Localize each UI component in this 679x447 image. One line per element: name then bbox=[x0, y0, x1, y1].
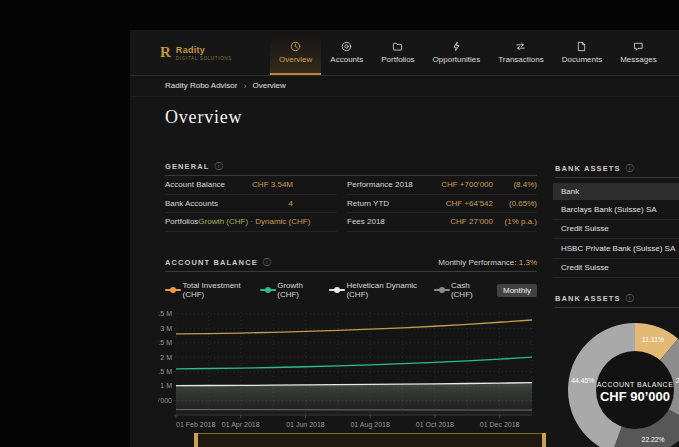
legend-helvetican-dynamic-chf[interactable]: Helvetican Dynamic (CHF) bbox=[329, 281, 421, 299]
series-line-total-investment-chf[interactable] bbox=[176, 320, 532, 334]
chart-legend: Total Investment (CHF)Growth (CHF)Helvet… bbox=[165, 281, 537, 299]
legend-dot bbox=[170, 287, 176, 293]
info-icon[interactable]: ⓘ bbox=[626, 163, 634, 174]
bank-column-header: Bank bbox=[553, 183, 679, 200]
table-row: Account BalanceCHF 3.54M bbox=[165, 176, 337, 195]
file-icon bbox=[576, 41, 587, 52]
slider-handle-right[interactable] bbox=[542, 433, 546, 447]
breadcrumb: Radity Robo Advisor › Overview bbox=[130, 75, 679, 97]
tab-transactions[interactable]: Transactions bbox=[489, 30, 553, 75]
legend-marker-icon bbox=[329, 286, 342, 294]
row-value: 4 bbox=[289, 199, 293, 208]
row-percent: (8.4%) bbox=[493, 180, 537, 189]
row-percent: (1% p.a.) bbox=[493, 217, 537, 226]
bank-assets-donut-chart: 11.11%22.22%22.22%44.45%ACCOUNT BALANCEC… bbox=[555, 310, 679, 447]
legend-marker-icon bbox=[260, 286, 272, 294]
info-icon[interactable]: ⓘ bbox=[214, 161, 222, 172]
account-balance-line-chart: 3.5 M3 M2.5 M2 M1.5 M1 M500’00001 Feb 20… bbox=[158, 302, 538, 436]
legend-dot bbox=[265, 287, 271, 293]
breadcrumb-current: Overview bbox=[252, 81, 285, 90]
donut-center-label: ACCOUNT BALANCE bbox=[597, 381, 674, 388]
tab-label: Accounts bbox=[330, 55, 363, 64]
x-axis-tick-label: 01 Feb 2018 bbox=[176, 421, 215, 428]
account-balance-heading: ACCOUNT BALANCE ⓘ bbox=[165, 256, 271, 268]
series-line-growth-chf[interactable] bbox=[176, 357, 532, 369]
legend-label: Cash (CHF) bbox=[451, 281, 484, 299]
row-label: Bank Accounts bbox=[165, 199, 218, 208]
donut-center-value: CHF 90’000 bbox=[600, 389, 670, 404]
brand-name: Radity bbox=[176, 45, 232, 55]
legend-cash-chf[interactable]: Cash (CHF) bbox=[434, 281, 484, 299]
bank-row[interactable]: Barclays Bank (Suisse) SA bbox=[553, 200, 679, 220]
table-row: Performance 2018CHF +700’000(8.4%) bbox=[347, 176, 537, 195]
legend-growth-chf[interactable]: Growth (CHF) bbox=[260, 281, 316, 299]
page-title: Overview bbox=[165, 107, 242, 128]
account-balance-heading-row: ACCOUNT BALANCE ⓘ Monthly Performance: 1… bbox=[165, 256, 537, 268]
brand-logo[interactable]: R Radity DIGITAL SOLUTIONS bbox=[160, 30, 270, 75]
donut-slice-label: 44.45% bbox=[571, 377, 594, 384]
slider-handle-left[interactable] bbox=[194, 433, 198, 447]
series-line-cash-chf[interactable] bbox=[176, 410, 532, 411]
bank-assets2-heading: BANK ASSETS ⓘ bbox=[555, 292, 679, 304]
y-axis-tick-label: 3 M bbox=[160, 325, 172, 332]
range-slider[interactable] bbox=[194, 433, 546, 447]
legend-label: Total Investment (CHF) bbox=[183, 281, 247, 299]
tab-opportunities[interactable]: Opportunities bbox=[424, 30, 490, 75]
legend-items: Total Investment (CHF)Growth (CHF)Helvet… bbox=[165, 281, 497, 299]
breadcrumb-root[interactable]: Radity Robo Advisor bbox=[165, 81, 237, 90]
table-row: Return YTDCHF +64’542(0.65%) bbox=[347, 195, 537, 214]
tab-label: Transactions bbox=[498, 55, 544, 64]
info-icon[interactable]: ⓘ bbox=[263, 257, 271, 268]
brand-text: Radity DIGITAL SOLUTIONS bbox=[176, 45, 232, 61]
bank-row[interactable]: Credit Suisse bbox=[553, 259, 679, 279]
legend-dot bbox=[439, 287, 445, 293]
chevron-right-icon: › bbox=[243, 81, 246, 91]
row-percent: (0.65%) bbox=[493, 199, 537, 208]
tab-label: Opportunities bbox=[433, 55, 481, 64]
bank-row[interactable]: Credit Suisse bbox=[553, 220, 679, 240]
screenshot-background: R Radity DIGITAL SOLUTIONS OverviewAccou… bbox=[0, 0, 679, 447]
y-axis-tick-label: 2 M bbox=[160, 354, 172, 361]
bank-assets2-heading-label: BANK ASSETS bbox=[555, 294, 621, 303]
folder-icon bbox=[392, 41, 403, 52]
row-label: Return YTD bbox=[347, 199, 389, 208]
y-axis-tick-label: 1 M bbox=[160, 382, 172, 389]
general-table-right: Performance 2018CHF +700’000(8.4%)Return… bbox=[347, 176, 537, 232]
tab-label: Documents bbox=[562, 55, 602, 64]
legend-marker-icon bbox=[434, 286, 446, 294]
y-axis-tick-label: 500’000 bbox=[158, 397, 172, 404]
x-axis-tick-label: 01 Dec 2018 bbox=[480, 421, 520, 428]
bank-assets-heading-wrap: BANK ASSETS ⓘ bbox=[553, 162, 679, 178]
legend-dot bbox=[334, 287, 340, 293]
period-monthly-button[interactable]: Monthly bbox=[497, 284, 537, 297]
row-value: Growth (CHF) · Dynamic (CHF) bbox=[198, 217, 310, 226]
legend-total-investment-chf[interactable]: Total Investment (CHF) bbox=[165, 281, 247, 299]
legend-label: Growth (CHF) bbox=[277, 281, 316, 299]
x-axis-tick-label: 01 Jun 2018 bbox=[286, 421, 325, 428]
tab-documents[interactable]: Documents bbox=[553, 30, 611, 75]
bank-assets-heading: BANK ASSETS ⓘ bbox=[555, 162, 679, 174]
table-row: Bank Accounts4 bbox=[165, 195, 337, 214]
x-axis-tick-label: 01 Apr 2018 bbox=[222, 421, 260, 429]
tab-accounts[interactable]: Accounts bbox=[321, 30, 372, 75]
y-axis-tick-label: 1.5 M bbox=[158, 368, 172, 375]
portfolio-link[interactable]: Growth (CHF) bbox=[198, 217, 248, 226]
info-icon[interactable]: ⓘ bbox=[626, 293, 634, 304]
bank-assets-heading-label: BANK ASSETS bbox=[555, 164, 621, 173]
tab-messages[interactable]: Messages bbox=[611, 30, 665, 75]
tab-portfolios[interactable]: Portfolios bbox=[372, 30, 423, 75]
tab-overview[interactable]: Overview bbox=[270, 30, 321, 75]
bank-assets2-heading-wrap: BANK ASSETS ⓘ bbox=[553, 292, 679, 308]
bank-row[interactable]: HSBC Private Bank (Suisse) SA bbox=[553, 239, 679, 259]
portfolio-link[interactable]: Dynamic (CHF) bbox=[255, 217, 310, 226]
row-label: Portfolios bbox=[165, 217, 198, 226]
general-heading-label: GENERAL bbox=[165, 162, 209, 171]
monthly-performance-value: 1.3% bbox=[519, 258, 537, 267]
bank-assets-list-section: BANK ASSETS ⓘ Bank Barclays Bank (Suisse… bbox=[548, 162, 679, 278]
bank-assets-chart-section: BANK ASSETS ⓘ bbox=[548, 292, 679, 308]
row-value: CHF 3.54M bbox=[252, 180, 293, 189]
monthly-performance: Monthly Performance: 1.3% bbox=[438, 258, 537, 267]
x-axis-tick-label: 01 Oct 2018 bbox=[416, 421, 454, 428]
row-value: CHF 27’000 bbox=[450, 217, 493, 226]
swap-icon bbox=[515, 41, 526, 52]
